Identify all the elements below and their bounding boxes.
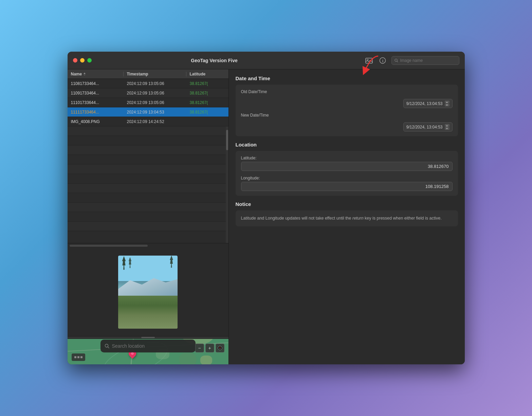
empty-row xyxy=(68,212,228,222)
table-row[interactable]: 11081733464... 2024:12:09 13:05:06 38.81… xyxy=(68,79,228,88)
old-date-input[interactable]: 9/12/2024, 13:04:53 ▲ ▼ xyxy=(403,99,453,108)
scroll-track xyxy=(70,245,148,247)
cell-latitude-1: 38.81267( xyxy=(186,91,228,96)
file-table: Name Timestamp Latitude 11081733464... 2… xyxy=(68,69,228,126)
mountain-photo xyxy=(118,256,178,329)
image-name-search[interactable] xyxy=(391,56,459,65)
map-search-bar[interactable] xyxy=(100,340,196,352)
divider-handle xyxy=(141,337,155,338)
empty-row xyxy=(68,164,228,174)
new-date-stepper[interactable]: ▲ ▼ xyxy=(445,124,450,130)
map-type-button[interactable] xyxy=(72,353,85,361)
cell-timestamp-3: 2024:12:09 13:04:53 xyxy=(124,110,186,115)
zoom-in-button[interactable]: + xyxy=(205,344,214,352)
col-header-name[interactable]: Name xyxy=(68,72,124,76)
old-date-field: Old Date/Time xyxy=(241,89,453,96)
titlebar-controls: i xyxy=(364,56,459,65)
compass-button[interactable] xyxy=(216,344,224,352)
cell-timestamp-4: 2024:12:09 14:24:52 xyxy=(124,119,186,124)
svg-text:i: i xyxy=(382,59,383,63)
grid-dot xyxy=(74,356,76,358)
empty-row xyxy=(68,193,228,203)
cell-timestamp-2: 2024:12:09 13:05:06 xyxy=(124,100,186,105)
vertical-scrollbar[interactable] xyxy=(226,126,228,243)
latitude-field: Latitude: xyxy=(241,156,453,171)
empty-row xyxy=(68,184,228,193)
cell-latitude-0: 38.81267( xyxy=(186,81,228,86)
zoom-out-button[interactable]: − xyxy=(195,344,204,352)
table-row[interactable]: 11101733644... 2024:12:09 13:05:06 38.81… xyxy=(68,98,228,107)
longitude-label: Longitude: xyxy=(241,176,453,180)
col-header-timestamp[interactable]: Timestamp xyxy=(124,72,186,76)
image-preview-area: − + xyxy=(68,248,228,364)
notice-section: Notice Latitude and Longitude updates wi… xyxy=(236,201,458,226)
map-search-input[interactable] xyxy=(112,343,191,349)
svg-rect-0 xyxy=(366,58,372,63)
col-header-latitude[interactable]: Latitude xyxy=(186,72,228,76)
notice-title: Notice xyxy=(236,201,458,207)
panel-divider[interactable] xyxy=(68,336,228,339)
svg-point-1 xyxy=(367,59,368,60)
empty-rows xyxy=(68,126,228,231)
date-time-section: Date and Time Old Date/Time 9/12/2024, 1… xyxy=(236,75,458,136)
cell-timestamp-0: 2024:12:09 13:05:06 xyxy=(124,81,186,86)
empty-row xyxy=(68,145,228,155)
window-title: GeoTag Version Five xyxy=(69,58,360,63)
svg-point-5 xyxy=(105,344,108,347)
new-date-value: 9/12/2024, 13:04:53 xyxy=(406,125,443,129)
grid-dot xyxy=(77,356,79,358)
new-date-label: New Date/Time xyxy=(241,113,269,118)
empty-row xyxy=(68,203,228,212)
terrain-feature xyxy=(200,356,212,364)
table-row[interactable]: IMG_4008.PNG 2024:12:09 14:24:52 xyxy=(68,117,228,126)
empty-row xyxy=(68,155,228,164)
cell-name-4: IMG_4008.PNG xyxy=(68,119,124,124)
table-header: Name Timestamp Latitude xyxy=(68,69,228,79)
map-search-icon xyxy=(105,344,109,348)
table-row[interactable]: 11091733464... 2024:12:09 13:05:06 38.81… xyxy=(68,88,228,98)
cell-name-1: 11091733464... xyxy=(68,91,124,96)
map-controls: − + xyxy=(195,344,224,352)
stepper-up[interactable]: ▲ xyxy=(445,124,450,127)
horizontal-scrollbar[interactable] xyxy=(68,243,228,248)
grid-dot xyxy=(80,356,82,358)
empty-row xyxy=(68,126,228,136)
image-name-input[interactable] xyxy=(400,58,456,63)
image-preview xyxy=(68,248,228,336)
location-title: Location xyxy=(236,142,458,148)
file-list-area xyxy=(68,126,228,243)
stepper-down[interactable]: ▼ xyxy=(445,104,450,106)
date-time-title: Date and Time xyxy=(236,75,458,81)
terrain-feature xyxy=(179,353,196,364)
longitude-field: Longitude: xyxy=(241,176,453,191)
location-card: Latitude: Longitude: xyxy=(236,151,458,196)
stepper-down[interactable]: ▼ xyxy=(445,127,450,130)
date-time-card: Old Date/Time 9/12/2024, 13:04:53 ▲ ▼ xyxy=(236,85,458,136)
cell-name-0: 11081733464... xyxy=(68,81,124,86)
latitude-label: Latitude: xyxy=(241,156,453,160)
right-panel: Date and Time Old Date/Time 9/12/2024, 1… xyxy=(229,69,465,364)
stepper-up[interactable]: ▲ xyxy=(445,101,450,103)
longitude-input[interactable] xyxy=(241,182,453,191)
empty-row xyxy=(68,174,228,184)
map-view[interactable]: − + xyxy=(68,339,228,364)
content-area: Name Timestamp Latitude 11081733464... 2… xyxy=(68,69,465,364)
new-date-input[interactable]: 9/12/2024, 13:04:53 ▲ ▼ xyxy=(403,122,453,132)
cell-latitude-3: 38.81267( xyxy=(186,110,228,115)
old-date-label: Old Date/Time xyxy=(241,89,267,94)
table-row-selected[interactable]: 11111733464... 2024:12:09 13:04:53 38.81… xyxy=(68,107,228,117)
cell-timestamp-1: 2024:12:09 13:05:06 xyxy=(124,91,186,96)
photos-icon[interactable] xyxy=(364,56,374,65)
notice-card: Latitude and Longitude updates will not … xyxy=(236,210,458,226)
notice-text: Latitude and Longitude updates will not … xyxy=(241,215,453,222)
svg-point-4 xyxy=(395,59,397,61)
empty-row xyxy=(68,222,228,231)
scroll-thumb xyxy=(226,130,228,150)
old-date-stepper[interactable]: ▲ ▼ xyxy=(445,101,450,106)
cell-latitude-2: 38.81267( xyxy=(186,100,228,105)
left-panel: Name Timestamp Latitude 11081733464... 2… xyxy=(68,69,229,364)
empty-row xyxy=(68,136,228,145)
latitude-input[interactable] xyxy=(241,162,453,171)
old-date-value: 9/12/2024, 13:04:53 xyxy=(406,101,443,106)
info-icon[interactable]: i xyxy=(378,56,387,65)
